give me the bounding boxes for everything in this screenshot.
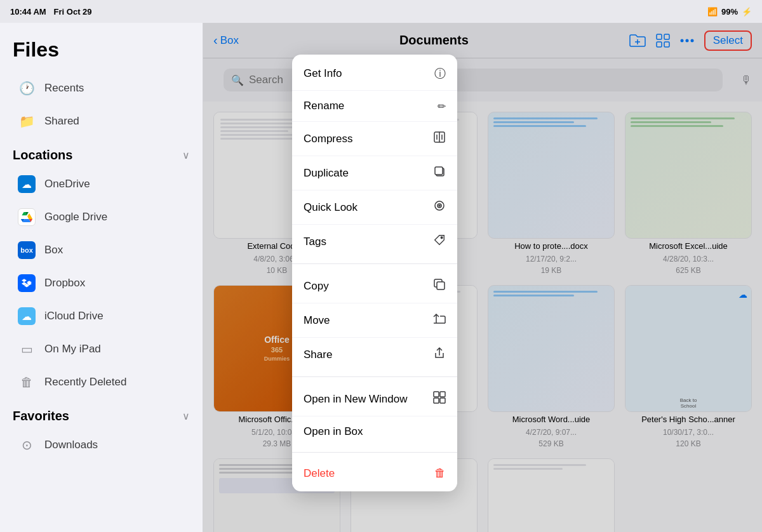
svg-rect-21 (440, 392, 445, 397)
svg-point-18 (441, 237, 443, 239)
delete-icon: 🗑 (434, 467, 446, 480)
compress-icon (433, 131, 446, 147)
sidebar-item-googledrive[interactable]: Google Drive (5, 201, 197, 234)
favorites-title: Favorites (13, 409, 69, 423)
menu-label-tags: Tags (304, 236, 326, 248)
content-area: ‹ Box Documents (203, 23, 762, 532)
sidebar-item-box[interactable]: box Box (5, 234, 197, 267)
menu-item-quick-look[interactable]: Quick Look (292, 190, 457, 225)
menu-item-duplicate[interactable]: Duplicate (292, 156, 457, 190)
context-menu-group3: Open in New Window Open in Box (292, 380, 457, 449)
locations-chevron[interactable]: ∨ (182, 149, 190, 161)
menu-label-delete: Delete (304, 467, 335, 480)
menu-label-open-in-box: Open in Box (304, 425, 363, 438)
info-icon: ⓘ (434, 66, 446, 81)
googledrive-label: Google Drive (44, 211, 107, 223)
menu-item-tags[interactable]: Tags (292, 225, 457, 258)
downloads-icon: ⊙ (18, 436, 36, 454)
menu-divider-3 (292, 452, 457, 453)
menu-label-move: Move (304, 314, 330, 327)
icloud-label: iCloud Drive (44, 310, 104, 323)
copy-icon (433, 278, 446, 294)
status-bar: 10:44 AM Fri Oct 29 📶 99% ⚡ (0, 0, 762, 23)
sidebar: Files 🕐 Recents 📁 Shared Locations ∨ ☁ O… (0, 23, 203, 532)
sidebar-item-onedrive[interactable]: ☁ OneDrive (5, 168, 197, 201)
open-new-window-icon (433, 391, 446, 407)
svg-point-17 (439, 205, 440, 206)
svg-rect-23 (440, 398, 445, 403)
svg-rect-20 (434, 392, 439, 397)
svg-rect-14 (435, 167, 443, 175)
sidebar-header: Files (0, 23, 203, 72)
menu-item-get-info[interactable]: Get Info ⓘ (292, 57, 457, 91)
menu-item-compress[interactable]: Compress (292, 122, 457, 156)
menu-label-quick-look: Quick Look (304, 201, 358, 214)
battery-icon: ⚡ (742, 7, 752, 17)
context-menu-destructive: Delete 🗑 (292, 455, 457, 491)
menu-divider-1 (292, 263, 457, 264)
googledrive-icon (18, 208, 36, 226)
deleted-icon: 🗑 (18, 373, 36, 391)
menu-label-rename: Rename (304, 100, 344, 112)
sidebar-item-recents[interactable]: 🕐 Recents (5, 72, 197, 105)
sidebar-item-shared[interactable]: 📁 Shared (5, 105, 197, 138)
svg-rect-19 (437, 282, 444, 289)
status-time: 10:44 AM (10, 7, 46, 17)
locations-section-header: Locations ∨ (0, 138, 203, 168)
sidebar-title: Files (13, 33, 190, 67)
favorites-chevron[interactable]: ∨ (182, 410, 190, 422)
box-label: Box (44, 244, 63, 256)
ipad-icon: ▭ (18, 340, 36, 358)
locations-title: Locations (13, 148, 72, 163)
menu-label-copy: Copy (304, 280, 329, 293)
menu-item-open-new-window[interactable]: Open in New Window (292, 382, 457, 416)
menu-label-get-info: Get Info (304, 67, 342, 80)
tags-icon (433, 234, 446, 249)
menu-label-duplicate: Duplicate (304, 167, 349, 180)
downloads-label: Downloads (44, 439, 98, 451)
sidebar-shared-label: Shared (44, 115, 79, 128)
duplicate-icon (433, 165, 446, 181)
sidebar-recents-label: Recents (44, 82, 84, 95)
menu-label-compress: Compress (304, 133, 352, 145)
sidebar-item-downloads[interactable]: ⊙ Downloads (5, 429, 197, 462)
icloud-icon: ☁ (18, 307, 36, 325)
menu-item-delete[interactable]: Delete 🗑 (292, 458, 457, 489)
onedrive-icon: ☁ (18, 175, 36, 193)
shared-icon: 📁 (18, 112, 36, 130)
svg-rect-22 (434, 398, 439, 403)
menu-item-share[interactable]: Share (292, 338, 457, 371)
menu-divider-2 (292, 376, 457, 377)
box-icon: box (18, 241, 36, 259)
menu-label-open-new-window: Open in New Window (304, 393, 407, 406)
menu-item-move[interactable]: Move (292, 303, 457, 338)
deleted-label: Recently Deleted (44, 376, 126, 389)
move-icon (433, 312, 446, 328)
rename-icon: ✏ (438, 100, 446, 112)
battery-percent: 99% (721, 7, 738, 17)
context-menu: Get Info ⓘ Rename ✏ Compress (292, 55, 457, 491)
wifi-icon: 📶 (707, 7, 718, 17)
sidebar-item-recently-deleted[interactable]: 🗑 Recently Deleted (5, 366, 197, 399)
sidebar-item-on-my-ipad[interactable]: ▭ On My iPad (5, 333, 197, 366)
context-menu-overlay[interactable] (203, 23, 762, 532)
ipad-label: On My iPad (44, 343, 101, 356)
status-date: Fri Oct 29 (54, 7, 92, 17)
context-menu-group2: Copy Move (292, 267, 457, 374)
sidebar-item-dropbox[interactable]: Dropbox (5, 267, 197, 300)
menu-item-rename[interactable]: Rename ✏ (292, 91, 457, 122)
dropbox-icon (18, 274, 36, 292)
menu-item-copy[interactable]: Copy (292, 269, 457, 303)
quick-look-icon (433, 199, 446, 215)
sidebar-item-icloud[interactable]: ☁ iCloud Drive (5, 300, 197, 333)
menu-label-share: Share (304, 349, 332, 361)
share-icon (433, 347, 446, 362)
onedrive-label: OneDrive (44, 178, 90, 190)
recents-icon: 🕐 (18, 79, 36, 97)
dropbox-label: Dropbox (44, 277, 85, 289)
context-menu-group1: Get Info ⓘ Rename ✏ Compress (292, 55, 457, 261)
menu-item-open-in-box[interactable]: Open in Box (292, 416, 457, 447)
favorites-section-header: Favorites ∨ (0, 399, 203, 429)
